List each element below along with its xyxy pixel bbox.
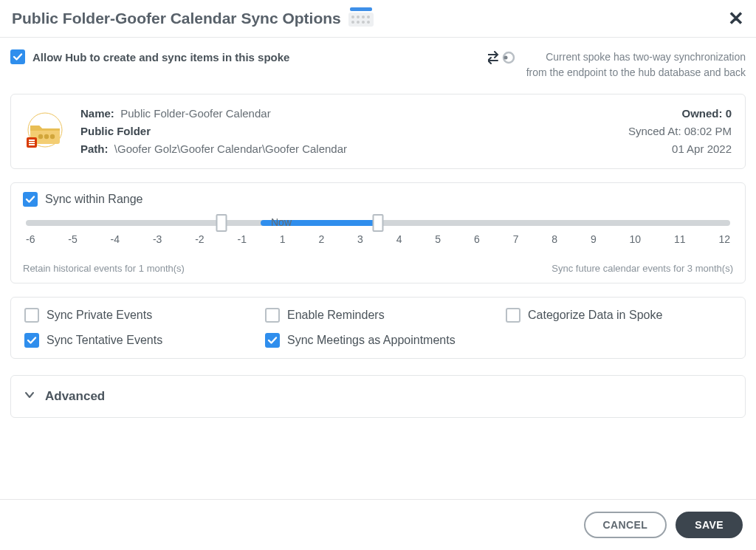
categorize-checkbox[interactable] xyxy=(506,308,520,323)
range-slider[interactable]: Now -6-5-4-3-2-1123456789101112 xyxy=(26,216,730,248)
sync-info: Current spoke has two-way synchronizatio… xyxy=(488,49,746,80)
meta-right: Owned: 0 Synced At: 08:02 PM 01 Apr 2022 xyxy=(628,105,732,158)
svg-rect-19 xyxy=(29,144,35,145)
meta-owned: Owned: 0 xyxy=(628,105,732,123)
svg-point-15 xyxy=(50,134,55,139)
calendar-icon xyxy=(348,7,374,30)
titlebar: Public Folder-Goofer Calendar Sync Optio… xyxy=(0,0,756,38)
tick: 9 xyxy=(591,233,597,245)
tick: 4 xyxy=(396,233,402,245)
dialog-footer: CANCEL SAVE xyxy=(0,499,756,550)
range-footer: Retain historical events for 1 month(s) … xyxy=(23,263,733,274)
svg-rect-1 xyxy=(348,13,374,27)
tick: 1 xyxy=(280,233,286,245)
allow-row: Allow Hub to create and sync items in th… xyxy=(10,49,746,80)
sync-range-label: Sync within Range xyxy=(45,193,143,206)
categorize-label: Categorize Data in Spoke xyxy=(528,309,662,322)
sync-options-dialog: Public Folder-Goofer Calendar Sync Optio… xyxy=(0,0,756,550)
public-folder-icon xyxy=(24,112,67,151)
range-header: Sync within Range xyxy=(23,192,733,207)
enable-rem-label: Enable Reminders xyxy=(287,309,385,322)
dialog-content: Allow Hub to create and sync items in th… xyxy=(0,38,756,499)
dialog-title: Public Folder-Goofer Calendar Sync Optio… xyxy=(12,10,341,27)
meta-left: Name: Public Folder-Goofer Calendar Publ… xyxy=(80,105,628,158)
tick: 11 xyxy=(674,233,686,245)
meta-synced-time: 08:02 PM xyxy=(684,125,732,137)
svg-point-4 xyxy=(362,16,365,18)
svg-point-3 xyxy=(357,16,360,18)
svg-rect-18 xyxy=(29,142,35,143)
meta-name: Name: Public Folder-Goofer Calendar xyxy=(80,105,628,123)
meta-type-value: Public Folder xyxy=(80,125,151,137)
tick: -6 xyxy=(26,233,35,245)
sync-summary-line2: from the endpoint to the hub database an… xyxy=(526,65,746,80)
option-sync-tentative: Sync Tentative Events xyxy=(24,333,250,348)
retain-text: Retain historical events for 1 month(s) xyxy=(23,263,185,274)
save-button[interactable]: SAVE xyxy=(676,512,743,538)
meta-path: Path: \Goofer Golz\Goofer Calendar\Goofe… xyxy=(80,140,628,158)
chevron-down-icon xyxy=(24,390,35,403)
tick: -4 xyxy=(111,233,120,245)
svg-point-14 xyxy=(44,134,49,139)
meta-synced: Synced At: 08:02 PM xyxy=(628,123,732,140)
enable-rem-checkbox[interactable] xyxy=(265,308,280,323)
sync-summary-line1: Current spoke has two-way synchronizatio… xyxy=(526,49,746,65)
meta-path-value: \Goofer Golz\Goofer Calendar\Goofer Cale… xyxy=(114,142,347,155)
tick: 3 xyxy=(357,233,363,245)
sync-tentative-checkbox[interactable] xyxy=(24,333,39,348)
sync-range-checkbox[interactable] xyxy=(23,192,38,207)
option-categorize: Categorize Data in Spoke xyxy=(506,308,732,323)
svg-point-11 xyxy=(504,56,507,60)
svg-point-9 xyxy=(367,21,370,24)
svg-point-6 xyxy=(351,21,354,24)
meta-path-label: Path: xyxy=(80,142,109,155)
option-sync-meetings: Sync Meetings as Appointments xyxy=(265,333,491,348)
advanced-section[interactable]: Advanced xyxy=(10,375,746,418)
allow-label: Allow Hub to create and sync items in th… xyxy=(32,51,289,63)
svg-point-2 xyxy=(351,16,354,18)
folder-meta-card: Name: Public Folder-Goofer Calendar Publ… xyxy=(10,94,746,169)
meta-synced-date: 01 Apr 2022 xyxy=(628,140,732,158)
option-enable-rem: Enable Reminders xyxy=(265,308,491,323)
option-sync-private: Sync Private Events xyxy=(24,308,250,323)
meta-synced-label: Synced At: xyxy=(628,125,681,137)
tick: -2 xyxy=(195,233,204,245)
svg-point-5 xyxy=(367,16,370,18)
now-label: Now xyxy=(271,216,292,228)
slider-ticks: -6-5-4-3-2-1123456789101112 xyxy=(26,233,730,245)
cancel-button[interactable]: CANCEL xyxy=(584,512,667,538)
advanced-label: Advanced xyxy=(45,389,105,404)
meta-type: Public Folder xyxy=(80,123,628,140)
meta-owned-label: Owned: xyxy=(681,107,722,120)
sync-meetings-label: Sync Meetings as Appointments xyxy=(287,334,456,347)
tick: 2 xyxy=(318,233,324,245)
tick: 8 xyxy=(551,233,557,245)
tick: 10 xyxy=(630,233,642,245)
close-icon[interactable]: ✕ xyxy=(728,9,744,28)
sync-range-card: Sync within Range Now -6-5-4-3-2-1123456… xyxy=(10,182,746,283)
meta-owned-value: 0 xyxy=(726,107,732,120)
options-card: Sync Private EventsSync Tentative Events… xyxy=(10,297,746,359)
svg-point-13 xyxy=(38,134,43,139)
sync-summary: Current spoke has two-way synchronizatio… xyxy=(526,49,746,80)
tick: 12 xyxy=(718,233,730,245)
sync-private-label: Sync Private Events xyxy=(47,309,152,322)
svg-point-7 xyxy=(357,21,360,24)
svg-point-8 xyxy=(362,21,365,24)
tick: -5 xyxy=(68,233,77,245)
future-text: Sync future calendar events for 3 month(… xyxy=(551,263,733,274)
allow-left: Allow Hub to create and sync items in th… xyxy=(10,49,488,64)
meta-name-label: Name: xyxy=(80,107,114,120)
tick: 6 xyxy=(474,233,480,245)
slider-handle-low[interactable] xyxy=(216,214,227,232)
tick: -1 xyxy=(237,233,246,245)
sync-private-checkbox[interactable] xyxy=(24,308,39,323)
sync-tentative-label: Sync Tentative Events xyxy=(47,334,162,347)
slider-handle-high[interactable] xyxy=(373,214,384,232)
svg-rect-17 xyxy=(29,140,35,141)
sync-meetings-checkbox[interactable] xyxy=(265,333,280,348)
tick: -3 xyxy=(153,233,162,245)
allow-checkbox[interactable] xyxy=(10,49,25,64)
meta-name-value: Public Folder-Goofer Calendar xyxy=(120,107,270,120)
tick: 5 xyxy=(435,233,441,245)
